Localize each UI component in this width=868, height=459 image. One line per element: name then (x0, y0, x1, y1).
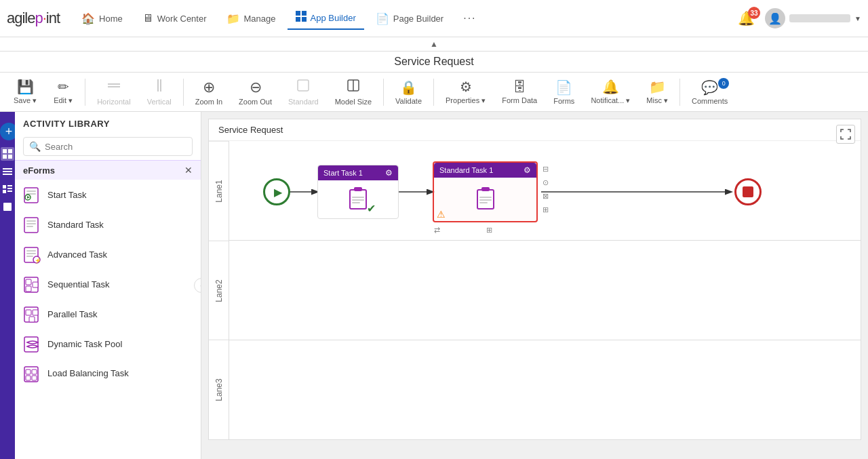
svg-rect-4 (108, 83, 120, 85)
collapse-arrow[interactable]: ▲ (0, 37, 868, 52)
start-task-node[interactable]: Start Task 1 ⚙ (317, 165, 399, 219)
task-item-advanced-task[interactable]: ⚡ Advanced Task (15, 239, 201, 269)
start-task-body: ✔ (318, 180, 398, 220)
chevron-down-icon: ▼ (854, 15, 861, 22)
svg-rect-53 (26, 376, 31, 380)
task-item-start-task[interactable]: Start Task (15, 180, 201, 209)
side-icon-1[interactable]: ⊟ (539, 163, 551, 175)
zoom-out-icon: ⊖ (250, 79, 262, 96)
warning-icon: ⚠ (437, 209, 446, 220)
search-input[interactable] (45, 142, 186, 152)
comments-button[interactable]: 💬 0 Comments (685, 77, 734, 108)
task-item-load-balancing-task[interactable]: Load Balancing Task (15, 359, 201, 388)
notification-button[interactable]: 🔔 33 (738, 10, 755, 26)
nav-right: 🔔 33 👤 ▼ (738, 8, 861, 28)
notifications-button[interactable]: 🔔 Notificat... ▾ (584, 76, 637, 108)
settings-icon-2[interactable]: ⚙ (524, 165, 531, 175)
horizontal-button[interactable]: Horizontal (90, 75, 138, 108)
app-logo[interactable]: agilep·int (7, 9, 60, 27)
task-label-load-balancing: Load Balancing Task (47, 368, 129, 380)
load-balancing-task-icon (23, 364, 42, 383)
nav-manage[interactable]: 📁 Manage (218, 8, 284, 29)
clipboard-icon (347, 187, 369, 212)
page-title: Service Request (394, 56, 473, 67)
strip-menu-icon[interactable] (1, 182, 14, 196)
nav-work-center-label: Work Center (157, 14, 207, 24)
lane-label-1: Lane1 (209, 141, 229, 241)
folder-icon: 📁 (226, 12, 240, 25)
side-icon-4[interactable]: ⊞ (539, 203, 551, 216)
nav-more[interactable]: ··· (455, 8, 484, 28)
svg-rect-3 (302, 17, 307, 22)
end-square-icon (743, 186, 753, 197)
svg-rect-25 (5, 207, 9, 209)
nav-items: 🏠 Home 🖥 Work Center 📁 Manage App Builde… (73, 7, 738, 30)
end-node[interactable] (734, 178, 762, 205)
nav-work-center[interactable]: 🖥 Work Center (134, 8, 215, 28)
forms-button[interactable]: 📄 Forms (547, 77, 581, 108)
bottom-icon-1[interactable]: ⇄ (434, 226, 440, 235)
svg-rect-23 (3, 203, 12, 211)
nav-manage-label: Manage (244, 14, 276, 24)
svg-rect-11 (3, 149, 7, 153)
lane-row-3 (229, 340, 861, 439)
save-icon: 💾 (17, 79, 34, 95)
node-bottom-icons: ⇄ ⊞ (434, 226, 492, 235)
task-item-dynamic-task-pool[interactable]: Dynamic Task Pool (15, 329, 201, 359)
start-node[interactable]: ▶ (263, 178, 290, 205)
canvas-title-text: Service Request (218, 125, 283, 135)
side-icon-3[interactable]: ⊠ (539, 190, 551, 202)
fit-to-screen-button[interactable] (836, 125, 855, 144)
save-button[interactable]: 💾 Save ▾ (7, 76, 43, 108)
lane-labels: Lane1 Lane2 Lane3 (209, 141, 229, 439)
task-item-sequential-task[interactable]: Sequential Task (15, 269, 201, 299)
nav-app-builder[interactable]: App Builder (288, 7, 364, 30)
zoom-in-button[interactable]: ⊕ Zoom In (189, 76, 229, 108)
misc-button[interactable]: 📁 Misc ▾ (639, 76, 675, 108)
notifications-icon: 🔔 (602, 79, 619, 95)
zoom-out-button[interactable]: ⊖ Zoom Out (232, 76, 279, 108)
properties-icon: ⚙ (460, 79, 472, 95)
side-icon-2[interactable]: ⊙ (539, 176, 551, 188)
nav-page-builder[interactable]: 📄 Page Builder (368, 8, 452, 29)
toolbar-separator-2 (183, 79, 184, 106)
standard-task-node[interactable]: Standard Task 1 ⚙ (433, 161, 538, 222)
monitor-icon: 🖥 (142, 12, 153, 24)
svg-rect-62 (352, 199, 364, 201)
sidebar-title: ACTIVITY LIBRARY (23, 119, 110, 129)
standard-button[interactable]: Standard (281, 75, 326, 108)
process-canvas: Service Request Lane1 Lane2 Lane3 (208, 119, 861, 440)
nav-home[interactable]: 🏠 Home (73, 8, 131, 29)
user-name (789, 14, 850, 22)
strip-tag-icon[interactable] (1, 200, 14, 214)
form-data-icon: 🗄 (513, 79, 526, 95)
svg-rect-52 (32, 370, 37, 374)
user-menu[interactable]: 👤 ▼ (765, 8, 861, 28)
svg-rect-33 (26, 223, 36, 224)
task-item-parallel-task[interactable]: Parallel Task (15, 299, 201, 329)
bottom-icon-2[interactable]: ⊞ (486, 226, 492, 235)
settings-icon[interactable]: ⚙ (385, 168, 393, 178)
svg-rect-48 (29, 317, 35, 322)
validate-button[interactable]: 🔒 Validate (389, 77, 429, 108)
model-size-button[interactable]: Model Size (328, 75, 378, 108)
svg-rect-0 (296, 11, 300, 16)
canvas-area[interactable]: Service Request Lane1 Lane2 Lane3 (201, 112, 868, 459)
form-data-button[interactable]: 🗄 Form Data (495, 77, 544, 107)
task-label-sequential: Sequential Task (47, 279, 110, 290)
svg-text:⚡: ⚡ (35, 257, 41, 264)
lane-row-2 (229, 241, 861, 340)
standard-task-icon (23, 215, 42, 234)
task-check-overlay: ✔ (347, 187, 369, 214)
category-close-button[interactable]: ✕ (184, 165, 193, 176)
task-label-start: Start Task (47, 190, 87, 200)
search-box[interactable]: 🔍 (23, 137, 193, 156)
strip-list-icon[interactable] (1, 165, 14, 178)
properties-button[interactable]: ⚙ Properties ▾ (439, 76, 492, 108)
svg-rect-12 (8, 149, 12, 153)
vertical-button[interactable]: Vertical (140, 75, 178, 108)
strip-grid-icon[interactable] (1, 147, 14, 161)
page-title-bar: Service Request (0, 52, 868, 73)
edit-button[interactable]: ✏ Edit ▾ (46, 76, 80, 108)
task-item-standard-task[interactable]: Standard Task (15, 209, 201, 239)
